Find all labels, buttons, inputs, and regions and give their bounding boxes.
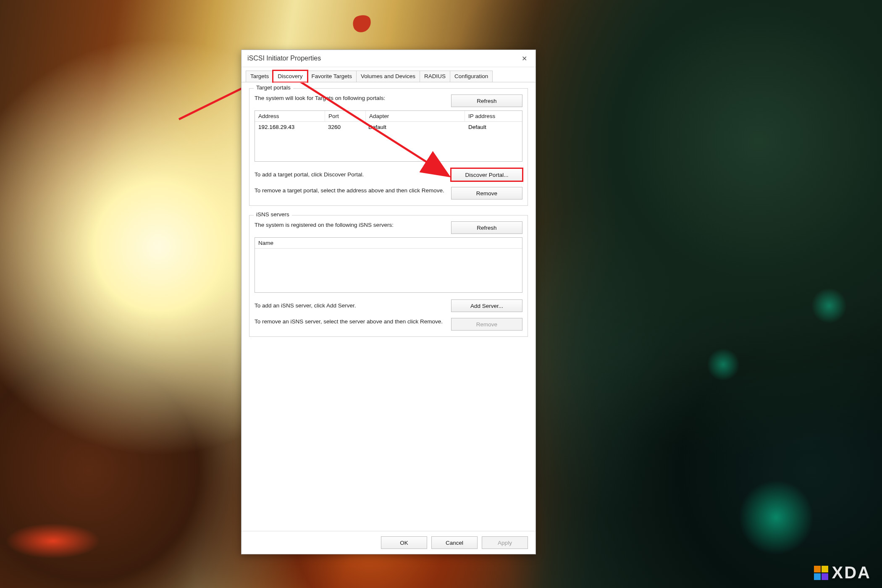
remove-portal-desc: To remove a target portal, select the ad… <box>255 187 445 194</box>
ok-button[interactable]: OK <box>381 536 427 549</box>
window-title: iSCSI Initiator Properties <box>247 55 321 62</box>
dialog-footer: OK Cancel Apply <box>242 531 536 554</box>
col-adapter: Adapter <box>366 111 465 121</box>
isns-servers-list[interactable]: Name <box>255 237 522 293</box>
discover-portal-button[interactable]: Discover Portal... <box>451 168 522 181</box>
add-portal-desc: To add a target portal, click Discover P… <box>255 171 445 178</box>
apply-button[interactable]: Apply <box>482 536 528 549</box>
col-port: Port <box>325 111 366 121</box>
refresh-isns-button[interactable]: Refresh <box>451 221 522 234</box>
col-name: Name <box>255 238 522 248</box>
tab-radius[interactable]: RADIUS <box>420 71 450 82</box>
iscsi-properties-dialog: iSCSI Initiator Properties ✕ Targets Dis… <box>241 50 536 554</box>
tab-discovery[interactable]: Discovery <box>273 71 307 82</box>
tab-volumes-devices[interactable]: Volumes and Devices <box>356 71 420 82</box>
group-legend-isns: iSNS servers <box>254 211 292 218</box>
group-isns-servers: iSNS servers The system is registered on… <box>249 215 528 337</box>
watermark-text: XDA <box>832 563 871 582</box>
group-target-portals: Target portals The system will look for … <box>249 88 528 206</box>
col-ip: IP address <box>465 111 522 121</box>
table-header: Address Port Adapter IP address <box>255 111 522 122</box>
cancel-button[interactable]: Cancel <box>431 536 478 549</box>
tab-favorite-targets[interactable]: Favorite Targets <box>307 71 357 82</box>
remove-isns-desc: To remove an iSNS server, select the ser… <box>255 318 445 326</box>
add-isns-desc: To add an iSNS server, click Add Server. <box>255 302 445 310</box>
refresh-portals-button[interactable]: Refresh <box>451 94 522 107</box>
cell-port: 3260 <box>325 122 365 132</box>
col-address: Address <box>255 111 325 121</box>
close-button[interactable]: ✕ <box>516 52 532 64</box>
group-legend-target-portals: Target portals <box>254 84 293 91</box>
cell-adapter: Default <box>365 122 465 132</box>
remove-portal-button[interactable]: Remove <box>451 187 522 200</box>
tab-targets[interactable]: Targets <box>246 71 273 82</box>
remove-isns-server-button[interactable]: Remove <box>451 318 522 331</box>
close-icon: ✕ <box>522 55 527 63</box>
tab-configuration[interactable]: Configuration <box>450 71 493 82</box>
target-portals-desc: The system will look for Targets on foll… <box>255 94 445 102</box>
xda-logo-icon <box>814 565 829 580</box>
add-isns-server-button[interactable]: Add Server... <box>451 299 522 312</box>
table-row[interactable]: 192.168.29.43 3260 Default Default <box>255 122 522 132</box>
cell-address: 192.168.29.43 <box>255 122 325 132</box>
tab-strip: Targets Discovery Favorite Targets Volum… <box>242 67 536 82</box>
isns-desc: The system is registered on the followin… <box>255 221 445 229</box>
target-portals-list[interactable]: Address Port Adapter IP address 192.168.… <box>255 110 522 162</box>
table-header: Name <box>255 238 522 249</box>
cell-ip: Default <box>465 122 522 132</box>
titlebar: iSCSI Initiator Properties ✕ <box>242 50 536 67</box>
xda-watermark: XDA <box>814 563 871 582</box>
